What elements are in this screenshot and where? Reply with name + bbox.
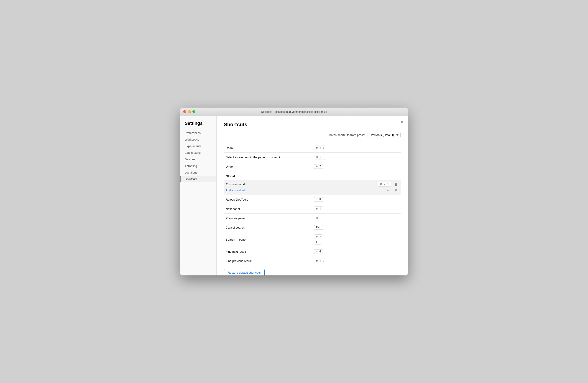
close-button[interactable] (183, 110, 186, 113)
sidebar-item-shortcuts[interactable]: Shortcuts (180, 176, 216, 182)
shortcut-name-reload: Reload DevTools (224, 195, 312, 204)
add-shortcut-link[interactable]: Add a shortcut (226, 189, 245, 192)
minimize-button[interactable] (188, 110, 191, 113)
shortcut-cancel-search: Cancel search Esc (224, 223, 400, 232)
sidebar-item-experiments[interactable]: Experiments (180, 143, 216, 150)
shortcut-name-cancel-search: Cancel search (224, 223, 312, 232)
shortcut-keys-find-prev: ⌘ ⇧ G (312, 256, 400, 266)
shortcut-next-panel: Next panel ⌘ ] (224, 204, 400, 213)
shortcut-keys-undo: ⌘ Z (312, 162, 400, 171)
key-badge-cmd-f: ⌘ F (314, 234, 323, 239)
confirm-button[interactable]: ✓ (386, 188, 391, 193)
shortcut-name-search-panel: Search in panel (224, 232, 312, 247)
key-badge: ⌘ ⇧ Z (314, 146, 326, 150)
section-header-label: Global (224, 171, 400, 180)
key-badge: ⌘ [ (314, 216, 323, 220)
sidebar-item-throttling[interactable]: Throttling (180, 163, 216, 169)
shortcut-name-redo: Redo (224, 143, 312, 153)
run-command-bottom: Add a shortcut ✓ ✕ (224, 187, 400, 195)
shortcut-run-command: Run command ⌘ ⇧ p 🗑 Add a shortcut ✓ (224, 180, 400, 195)
preset-row: Match shortcuts from preset DevTools (De… (224, 132, 400, 138)
shortcut-name-select: Select an element in the page to inspect… (224, 153, 312, 162)
run-command-keys: ⌘ ⇧ p 🗑 (378, 182, 399, 187)
confirm-cancel-buttons: ✓ ✕ (386, 188, 399, 193)
run-command-name: Run command (226, 182, 378, 186)
title-bar: DevTools - localhost:8080/demo/accessibl… (180, 108, 408, 116)
section-header-global: Global (224, 171, 400, 180)
sidebar-item-locations[interactable]: Locations (180, 169, 216, 176)
shortcut-keys-find-next: ⌘ G (312, 247, 400, 256)
run-command-key-input[interactable]: ⌘ ⇧ p (378, 182, 391, 187)
key-badge-f3: F3 (314, 240, 321, 245)
key-badge: ⌘ Z (314, 164, 323, 169)
shortcut-name-next-panel: Next panel (224, 204, 312, 213)
shortcut-name-undo: Undo (224, 162, 312, 171)
sidebar-item-preferences[interactable]: Preferences (180, 130, 216, 136)
page-title: Shortcuts (224, 122, 400, 128)
shortcuts-table: Redo ⌘ ⇧ Z Select an element in the page… (224, 143, 400, 266)
shortcut-keys-search-panel: ⌘ F F3 (312, 232, 400, 247)
close-settings-button[interactable]: × (400, 120, 404, 124)
key-badge: ⌘ ⇧ C (314, 155, 326, 159)
key-badge: Esc (314, 225, 323, 230)
traffic-lights (183, 110, 195, 113)
sidebar-title: Settings (180, 121, 216, 130)
run-command-top: Run command ⌘ ⇧ p 🗑 (224, 180, 400, 187)
sidebar: Settings Preferences Workspace Experimen… (180, 116, 217, 275)
shortcut-find-next: Find next result ⌘ G (224, 247, 400, 256)
preset-label: Match shortcuts from preset (329, 133, 365, 137)
shortcut-select-element: Select an element in the page to inspect… (224, 153, 400, 162)
restore-defaults-button[interactable]: Restore default shortcuts (224, 269, 265, 275)
maximize-button[interactable] (192, 110, 195, 113)
shortcut-keys-cancel-search: Esc (312, 223, 400, 232)
shortcut-name-find-next: Find next result (224, 247, 312, 256)
browser-window: DevTools - localhost:8080/demo/accessibl… (180, 108, 408, 275)
shortcut-keys-next-panel: ⌘ ] (312, 204, 400, 213)
sidebar-item-workspace[interactable]: Workspace (180, 136, 216, 143)
key-badge: ⌥ R (314, 197, 323, 202)
main-panel: × Shortcuts Match shortcuts from preset … (217, 116, 408, 275)
shortcut-keys-reload: ⌥ R (312, 195, 400, 204)
delete-shortcut-button[interactable]: 🗑 (393, 182, 399, 187)
shortcut-name-previous-panel: Previous panel (224, 213, 312, 223)
shortcut-keys-select: ⌘ ⇧ C (312, 153, 400, 162)
window-title: DevTools - localhost:8080/demo/accessibl… (261, 110, 327, 114)
shortcut-reload-devtools: Reload DevTools ⌥ R (224, 195, 400, 204)
shortcut-name-find-prev: Find previous result (224, 256, 312, 266)
sidebar-item-devices[interactable]: Devices (180, 156, 216, 163)
sidebar-item-blackboxing[interactable]: Blackboxing (180, 150, 216, 156)
cancel-button[interactable]: ✕ (393, 188, 399, 193)
preset-select[interactable]: DevTools (Default) Visual Studio Code (368, 132, 400, 138)
shortcut-search-in-panel: Search in panel ⌘ F F3 (224, 232, 400, 247)
key-badge: ⌘ ] (314, 207, 323, 211)
shortcut-keys-previous-panel: ⌘ [ (312, 213, 400, 223)
key-badge: ⌘ ⇧ G (314, 259, 326, 263)
shortcut-previous-panel: Previous panel ⌘ [ (224, 213, 400, 223)
shortcut-redo: Redo ⌘ ⇧ Z (224, 143, 400, 153)
content-area: Settings Preferences Workspace Experimen… (180, 116, 408, 275)
shortcut-keys-redo: ⌘ ⇧ Z (312, 143, 400, 153)
shortcut-find-prev: Find previous result ⌘ ⇧ G (224, 256, 400, 266)
shortcut-undo: Undo ⌘ Z (224, 162, 400, 171)
key-badge: ⌘ G (314, 249, 323, 254)
